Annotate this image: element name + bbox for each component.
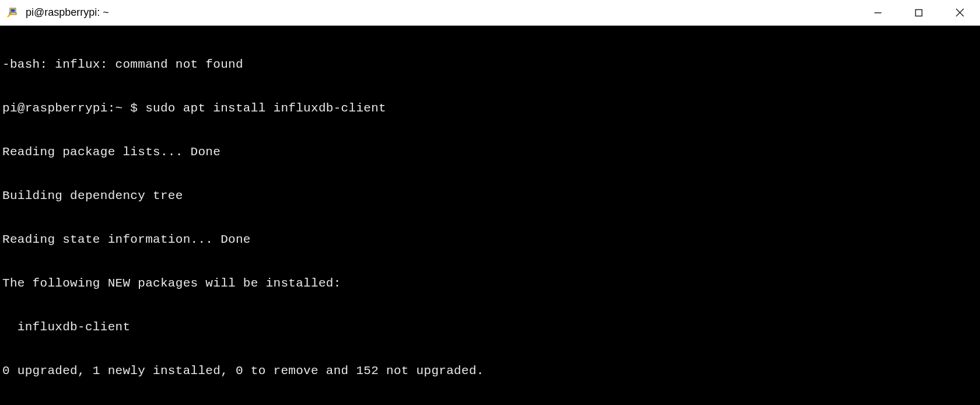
- terminal-area[interactable]: -bash: influx: command not found pi@rasp…: [0, 26, 980, 405]
- minimize-button[interactable]: [858, 0, 898, 25]
- terminal-line: Reading state information... Done: [2, 232, 978, 247]
- window-controls: [858, 0, 980, 25]
- terminal-line: Building dependency tree: [2, 188, 978, 203]
- terminal-line: Reading package lists... Done: [2, 145, 978, 159]
- svg-rect-1: [11, 9, 15, 12]
- terminal-line: The following NEW packages will be insta…: [2, 276, 978, 291]
- terminal-line: 0 upgraded, 1 newly installed, 0 to remo…: [2, 364, 978, 378]
- minimize-icon: [874, 9, 882, 17]
- close-button[interactable]: [939, 0, 980, 25]
- maximize-button[interactable]: [898, 0, 939, 25]
- close-icon: [956, 8, 964, 17]
- terminal-line: pi@raspberrypi:~ $ sudo apt install infl…: [2, 101, 978, 116]
- putty-icon: [6, 6, 20, 20]
- window-title: pi@raspberrypi: ~: [26, 6, 858, 19]
- terminal-line: influxdb-client: [2, 320, 978, 334]
- svg-rect-5: [916, 9, 922, 16]
- window-titlebar: pi@raspberrypi: ~: [0, 0, 980, 26]
- terminal-line: -bash: influx: command not found: [2, 57, 978, 72]
- maximize-icon: [915, 9, 923, 17]
